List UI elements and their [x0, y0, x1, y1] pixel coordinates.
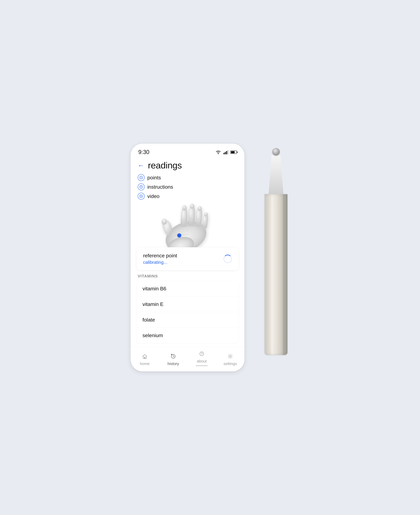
vitamins-section: VITAMINS vitamin B6 vitamin E folate sel…: [130, 274, 245, 343]
play-icon: [138, 193, 145, 200]
vitamins-list: vitamin B6 vitamin E folate selenium: [136, 281, 239, 343]
video-link[interactable]: video: [138, 193, 237, 200]
vitamin-b6-item[interactable]: vitamin B6: [136, 281, 239, 297]
svg-rect-1: [224, 153, 225, 154]
reference-text: reference point calibrating...: [143, 253, 177, 265]
svg-text:i: i: [141, 176, 142, 179]
loading-spinner: [224, 255, 232, 263]
battery-icon: [230, 150, 237, 154]
page-title: readings: [148, 160, 182, 171]
svg-rect-3: [226, 151, 227, 154]
svg-point-0: [218, 153, 219, 154]
vitamin-e-item[interactable]: vitamin E: [136, 297, 239, 312]
svg-point-17: [204, 212, 208, 216]
svg-point-29: [230, 356, 231, 357]
svg-text:?: ?: [201, 352, 203, 355]
folate-item[interactable]: folate: [136, 312, 239, 328]
settings-icon: [226, 352, 234, 360]
history-label: history: [168, 361, 179, 366]
status-bar: 9:30: [130, 143, 245, 158]
svg-rect-4: [228, 150, 228, 154]
svg-rect-2: [225, 152, 226, 154]
video-label: video: [147, 193, 159, 199]
pen-device: [262, 148, 290, 355]
pen-barrel: [265, 194, 287, 355]
back-button[interactable]: ←: [138, 162, 144, 169]
reference-card: reference point calibrating...: [136, 247, 239, 270]
hand-svg: [151, 202, 224, 247]
status-time: 9:30: [138, 149, 150, 155]
history-icon: [169, 352, 177, 360]
home-label: home: [140, 361, 150, 366]
status-icons: [215, 150, 237, 155]
about-icon: ?: [198, 350, 206, 358]
page-header: ← readings: [130, 158, 245, 174]
selenium-item[interactable]: selenium: [136, 328, 239, 343]
points-label: points: [147, 175, 161, 180]
nav-settings[interactable]: settings: [221, 352, 239, 366]
signal-icon: [224, 150, 228, 155]
instructions-label: instructions: [147, 184, 173, 190]
svg-point-14: [182, 205, 187, 210]
svg-point-15: [190, 204, 195, 209]
hand-illustration-area: [130, 202, 245, 247]
about-label: about: [197, 359, 207, 364]
phone-frame: 9:30 ←: [130, 143, 245, 372]
instructions-link[interactable]: ? instructions: [138, 183, 237, 190]
hand-svg-wrapper: [130, 202, 245, 247]
nav-indicator: [196, 365, 208, 366]
nav-history[interactable]: history: [164, 352, 182, 366]
vitamins-label: VITAMINS: [136, 274, 239, 281]
scene: 9:30 ←: [130, 143, 290, 372]
info-icon: i: [138, 174, 145, 181]
settings-label: settings: [224, 361, 237, 366]
points-link[interactable]: i points: [138, 174, 237, 181]
question-icon: ?: [138, 183, 145, 190]
svg-text:?: ?: [141, 186, 142, 188]
svg-marker-10: [141, 195, 142, 197]
svg-rect-25: [144, 357, 145, 358]
svg-point-16: [198, 206, 202, 211]
nav-home[interactable]: home: [136, 352, 154, 366]
nav-about[interactable]: ? about: [193, 350, 211, 366]
pen-tip-cap: [269, 155, 284, 194]
home-icon: [141, 352, 149, 360]
reference-title: reference point: [143, 253, 177, 259]
info-links: i points ? instructions: [130, 174, 245, 202]
wifi-icon: [215, 150, 221, 155]
svg-point-24: [178, 234, 180, 237]
reference-status: calibrating...: [143, 260, 177, 265]
pen-tip-ball: [272, 148, 280, 156]
bottom-nav: home history: [130, 347, 245, 372]
